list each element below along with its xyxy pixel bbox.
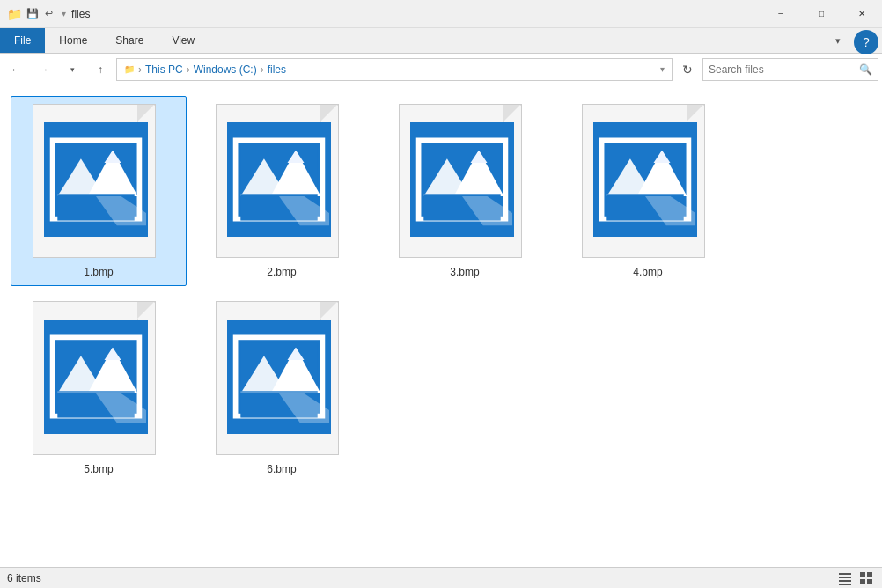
tab-home[interactable]: Home <box>45 28 101 53</box>
svg-rect-56 <box>839 580 851 582</box>
title-bar-separator: ▾ <box>62 9 66 18</box>
page-body <box>33 104 156 258</box>
bmp-icon-svg <box>412 124 512 235</box>
image-icon <box>412 124 512 235</box>
close-button[interactable]: ✕ <box>842 0 882 28</box>
details-view-button[interactable] <box>836 570 854 587</box>
page-fold-inner <box>503 105 520 121</box>
image-icon <box>595 124 695 235</box>
toolbar-undo-icon[interactable]: ↩ <box>45 8 53 18</box>
title-bar-left: 📁 💾 ↩ ▾ files <box>7 7 90 21</box>
path-files[interactable]: files <box>268 63 286 76</box>
image-preview <box>227 122 331 237</box>
status-bar: 6 items <box>0 567 882 588</box>
ribbon: File Home Share View ▾ ? <box>0 28 882 54</box>
file-thumbnail <box>216 104 348 262</box>
file-item[interactable]: 2.bmp <box>194 96 370 286</box>
address-dropdown-arrow[interactable]: ▾ <box>660 64 665 74</box>
page-body <box>216 301 339 455</box>
bmp-icon-svg <box>229 124 329 235</box>
toolbar-save-icon[interactable]: 💾 <box>26 8 39 18</box>
bmp-icon-svg <box>229 321 329 432</box>
ribbon-expand-button[interactable]: ▾ <box>826 28 850 53</box>
tab-view[interactable]: View <box>158 28 209 53</box>
forward-button[interactable]: → <box>32 57 56 82</box>
large-icons-view-icon <box>859 571 873 585</box>
image-preview <box>593 122 697 237</box>
svg-rect-60 <box>860 579 865 584</box>
image-icon <box>229 124 329 235</box>
bmp-icon-svg <box>46 124 146 235</box>
refresh-button[interactable]: ↻ <box>676 58 699 81</box>
file-name: 3.bmp <box>450 266 479 278</box>
up-button[interactable]: ↑ <box>88 57 113 82</box>
svg-rect-57 <box>839 584 851 585</box>
file-name: 5.bmp <box>84 463 113 475</box>
help-button[interactable]: ? <box>854 30 878 55</box>
title-bar: 📁 💾 ↩ ▾ files − □ ✕ <box>0 0 882 28</box>
search-input[interactable] <box>709 63 859 76</box>
large-icons-view-button[interactable] <box>857 570 875 587</box>
details-view-icon <box>838 571 852 585</box>
recent-locations-button[interactable]: ▾ <box>60 57 85 82</box>
file-thumbnail <box>582 104 714 262</box>
this-pc-arrow: 📁 <box>124 64 135 74</box>
search-box: 🔍 <box>702 58 878 81</box>
path-this-pc[interactable]: This PC <box>145 63 183 76</box>
page-fold-inner <box>137 105 154 121</box>
bmp-icon-svg <box>46 321 146 432</box>
svg-rect-54 <box>839 573 851 575</box>
app-icon: 📁 <box>7 7 21 21</box>
file-thumbnail <box>33 301 165 459</box>
ribbon-spacer <box>209 28 826 53</box>
page-fold-inner <box>320 105 337 121</box>
breadcrumb: 📁 › This PC › Windows (C:) › files <box>124 63 286 76</box>
page-body <box>399 104 522 258</box>
window-title: files <box>71 8 90 20</box>
page-fold-inner <box>687 105 703 121</box>
ribbon-tabs: File Home Share View ▾ ? <box>0 28 882 53</box>
file-name: 2.bmp <box>267 266 296 278</box>
image-icon <box>46 321 146 432</box>
image-preview <box>227 320 331 434</box>
search-icon[interactable]: 🔍 <box>859 63 872 76</box>
address-bar: ← → ▾ ↑ 📁 › This PC › Windows (C:) › fil… <box>0 54 882 85</box>
file-name: 1.bmp <box>84 266 113 278</box>
svg-rect-61 <box>867 579 872 584</box>
svg-rect-58 <box>860 572 865 577</box>
file-thumbnail <box>216 301 348 459</box>
page-body <box>216 104 339 258</box>
file-item[interactable]: 4.bmp <box>560 96 736 286</box>
page-fold-inner <box>137 302 154 319</box>
main-content: 1.bmp <box>0 85 882 567</box>
bmp-icon-svg <box>595 124 695 235</box>
view-controls <box>836 570 875 587</box>
image-preview <box>410 122 514 237</box>
image-preview <box>44 122 148 237</box>
image-icon <box>46 124 146 235</box>
item-count: 6 items <box>7 572 41 584</box>
path-windows-c[interactable]: Windows (C:) <box>194 63 257 76</box>
page-body <box>582 104 705 258</box>
svg-rect-55 <box>839 577 851 578</box>
file-thumbnail <box>399 104 531 262</box>
address-path[interactable]: 📁 › This PC › Windows (C:) › files ▾ <box>116 58 673 81</box>
title-bar-toolbar: 💾 ↩ <box>26 8 56 19</box>
file-item[interactable]: 5.bmp <box>11 293 187 483</box>
page-body <box>33 301 156 455</box>
tab-share[interactable]: Share <box>101 28 158 53</box>
page-fold-inner <box>320 302 337 319</box>
file-item[interactable]: 6.bmp <box>194 293 370 483</box>
image-preview <box>44 320 148 434</box>
file-name: 4.bmp <box>633 266 662 278</box>
window-controls: − □ ✕ <box>761 0 882 28</box>
file-item[interactable]: 1.bmp <box>11 96 187 286</box>
svg-rect-59 <box>867 572 872 577</box>
image-icon <box>229 321 329 432</box>
back-button[interactable]: ← <box>4 57 28 82</box>
maximize-button[interactable]: □ <box>801 0 842 28</box>
file-name: 6.bmp <box>267 463 296 475</box>
file-item[interactable]: 3.bmp <box>377 96 553 286</box>
tab-file[interactable]: File <box>0 28 45 53</box>
minimize-button[interactable]: − <box>761 0 801 28</box>
